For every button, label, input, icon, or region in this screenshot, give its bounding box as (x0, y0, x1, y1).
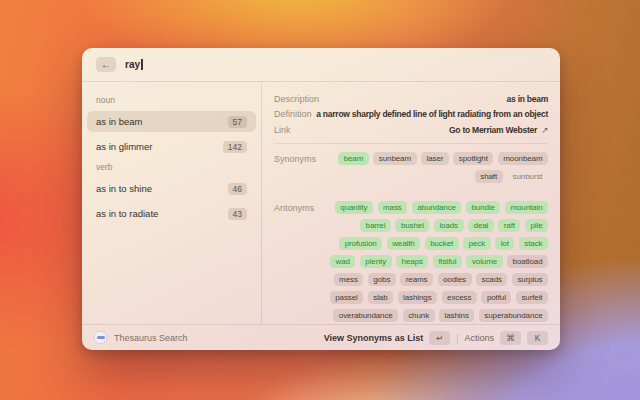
section-header-noun: noun (96, 95, 247, 105)
meta-row-definition: Definition a narrow sharply defined line… (274, 107, 548, 123)
antonym-pill[interactable]: scads (476, 273, 507, 286)
antonym-pill[interactable]: plenty (360, 255, 392, 268)
antonym-pill[interactable]: peck (463, 237, 491, 250)
antonym-pill[interactable]: lashins (439, 309, 474, 322)
antonym-pill[interactable]: gobs (368, 273, 396, 286)
synonym-row: beam sunbeam laser spotlight moonbeam (332, 152, 548, 165)
actions-menu-button[interactable]: Actions (464, 333, 494, 343)
sidebar-item-label: as in beam (96, 116, 142, 127)
antonym-row: passel slab lashings excess potful surfe… (332, 291, 548, 304)
synonym-pill[interactable]: sunbeam (373, 152, 416, 165)
item-count-badge: 57 (228, 116, 247, 128)
antonym-pill[interactable]: surfeit (516, 291, 548, 304)
sidebar-item-label: as in to shine (96, 183, 152, 194)
antonym-pill[interactable]: mass (378, 201, 408, 214)
synonym-row: shaft sunburst (332, 170, 548, 183)
sidebar-item-label: as in to radiate (96, 208, 158, 219)
antonym-pill[interactable]: chunk (403, 309, 435, 322)
antonym-pill[interactable]: abundance (412, 201, 462, 214)
section-header-verb: verb (96, 162, 247, 172)
synonym-pill[interactable]: spotlight (453, 152, 493, 165)
antonym-pill[interactable]: reams (400, 273, 433, 286)
meta-divider (274, 143, 548, 144)
synonym-pill[interactable]: beam (338, 152, 369, 165)
antonym-row: quantity mass abundance bundle mountain (332, 201, 548, 214)
details-panel: Description as in beam Definition a narr… (262, 82, 560, 324)
antonym-pill[interactable]: excess (442, 291, 477, 304)
footer-separator: | (456, 333, 458, 343)
antonym-pill[interactable]: slab (368, 291, 393, 304)
antonyms-block: Antonyms quantity mass abundance bundle … (274, 201, 548, 325)
antonym-pill[interactable]: mountain (505, 201, 548, 214)
antonym-row: wad plenty heaps fistful volume boatload (332, 255, 548, 268)
synonyms-block: Synonyms beam sunbeam laser spotlight mo… (274, 152, 548, 188)
meta-row-description: Description as in beam (274, 91, 548, 107)
sense-sidebar: noun as in beam 57 as in glimmer 142 ver… (82, 82, 262, 324)
thesaurus-extension-icon (94, 331, 107, 344)
synonyms-pills: beam sunbeam laser spotlight moonbeam sh… (332, 152, 548, 188)
antonym-pill[interactable]: loads (434, 219, 464, 232)
external-link-icon: ↗ (541, 125, 548, 135)
item-count-badge: 46 (228, 183, 247, 195)
synonym-pill[interactable]: moonbeam (498, 152, 548, 165)
sidebar-item-as-in-beam[interactable]: as in beam 57 (87, 111, 256, 132)
external-link[interactable]: Go to Merriam Webster ↗ (449, 125, 548, 135)
antonym-row: overabundance chunk lashins superabundan… (332, 309, 548, 322)
meta-label: Description (274, 94, 319, 104)
back-arrow-icon: ← (101, 60, 111, 70)
synonyms-label: Synonyms (274, 152, 332, 164)
antonym-pill[interactable]: surplus (512, 273, 548, 286)
antonym-row: mess gobs reams oodles scads surplus (332, 273, 548, 286)
thesaurus-app-window: ← ray noun as in beam 57 as in glimmer 1… (82, 48, 560, 350)
antonym-pill[interactable]: pile (525, 219, 548, 232)
sidebar-item-as-in-to-shine[interactable]: as in to shine 46 (87, 178, 256, 199)
synonym-pill[interactable]: laser (421, 152, 449, 165)
sidebar-item-label: as in glimmer (96, 141, 153, 152)
antonym-pill[interactable]: oodles (438, 273, 472, 286)
antonym-pill[interactable]: fistful (433, 255, 462, 268)
antonym-pill[interactable]: volume (466, 255, 502, 268)
sidebar-item-as-in-glimmer[interactable]: as in glimmer 142 (87, 136, 256, 157)
antonym-pill[interactable]: bucket (425, 237, 459, 250)
cmd-key-badge[interactable]: ⌘ (500, 331, 521, 345)
antonym-pill[interactable]: lashings (398, 291, 438, 304)
synonym-pill[interactable]: sunburst (507, 170, 548, 183)
antonym-pill[interactable]: stack (519, 237, 548, 250)
window-body: noun as in beam 57 as in glimmer 142 ver… (82, 82, 560, 324)
meta-value: as in beam (507, 94, 548, 104)
back-button[interactable]: ← (96, 57, 116, 72)
search-input-text: ray (125, 59, 140, 70)
antonym-row: barrel bushel loads deal raft pile (332, 219, 548, 232)
primary-action-button[interactable]: View Synonyms as List (324, 333, 423, 343)
antonym-pill[interactable]: raft (498, 219, 520, 232)
sidebar-item-as-in-to-radiate[interactable]: as in to radiate 43 (87, 203, 256, 224)
antonym-pill[interactable]: overabundance (333, 309, 398, 322)
antonym-pill[interactable]: barrel (360, 219, 391, 232)
antonym-pill[interactable]: bundle (466, 201, 500, 214)
desktop-background: ← ray noun as in beam 57 as in glimmer 1… (0, 0, 640, 400)
antonym-pill[interactable]: wealth (387, 237, 421, 250)
antonym-pill[interactable]: wad (330, 255, 355, 268)
meta-value: a narrow sharply defined line of light r… (316, 109, 548, 119)
antonym-pill[interactable]: quantity (335, 201, 373, 214)
antonyms-pills: quantity mass abundance bundle mountain … (332, 201, 548, 325)
antonym-pill[interactable]: heaps (396, 255, 428, 268)
antonym-pill[interactable]: mess (334, 273, 364, 286)
search-input[interactable]: ray (125, 59, 143, 70)
antonym-pill[interactable]: potful (481, 291, 511, 304)
antonyms-label: Antonyms (274, 201, 332, 213)
antonym-pill[interactable]: bushel (395, 219, 429, 232)
return-key-badge[interactable]: ↵ (429, 331, 450, 345)
synonym-pill[interactable]: shaft (475, 170, 503, 183)
antonym-pill[interactable]: superabundance (479, 309, 548, 322)
antonym-pill[interactable]: lot (495, 237, 514, 250)
k-key-badge[interactable]: K (527, 331, 548, 345)
antonym-pill[interactable]: deal (468, 219, 494, 232)
item-count-badge: 142 (223, 141, 247, 153)
meta-row-link: Link Go to Merriam Webster ↗ (274, 122, 548, 138)
meta-label: Definition (274, 109, 312, 119)
footer-bar: Thesaurus Search View Synonyms as List ↵… (82, 324, 560, 350)
antonym-pill[interactable]: boatload (507, 255, 548, 268)
antonym-pill[interactable]: profusion (339, 237, 382, 250)
antonym-pill[interactable]: passel (330, 291, 364, 304)
